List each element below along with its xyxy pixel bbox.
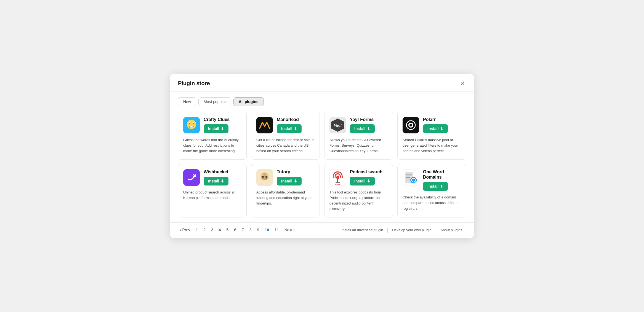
svg-rect-16: [183, 169, 200, 186]
pagination: ‹ Prev 1 2 3 4 5 6 7 8 9 10 11 Next ›: [178, 227, 338, 233]
install-button-one-word-domains[interactable]: Install ⬇: [423, 182, 448, 191]
tab-all-plugins[interactable]: All plugins: [233, 97, 264, 106]
svg-point-24: [266, 177, 267, 177]
modal-header: Plugin store ×: [170, 74, 474, 92]
page-button-11[interactable]: 11: [273, 227, 281, 233]
plugin-desc-one-word-domains: Check the availability of a domain and c…: [403, 195, 461, 211]
download-icon: ⬇: [367, 127, 370, 131]
page-button-7[interactable]: 7: [240, 227, 246, 233]
plugin-top: Crafty Clues Install ⬇: [183, 117, 241, 133]
footer-link-install-unverified[interactable]: Install an unverified plugin: [338, 228, 387, 232]
svg-text:Yay!: Yay!: [334, 123, 342, 128]
plugin-name-podcast-search: Podcast search: [350, 169, 388, 174]
install-button-wishbucket[interactable]: Install ⬇: [204, 177, 228, 185]
page-button-1[interactable]: 1: [194, 227, 200, 233]
plugin-desc-podcast-search: This tool explores podcasts from Podcast…: [329, 190, 388, 212]
svg-point-1: [187, 120, 196, 129]
plugin-top: Wishbucket Install ⬇: [183, 169, 241, 186]
install-button-podcast-search[interactable]: Install ⬇: [350, 177, 375, 185]
next-button[interactable]: Next ›: [283, 227, 297, 233]
modal-body: New Most popular All plugins: [170, 92, 474, 218]
plugin-card-yay-forms: Yay! Yay! Forms Install ⬇ Allows you to …: [324, 112, 393, 160]
plugin-name-tutory: Tutory: [277, 169, 315, 174]
modal-title: Plugin store: [178, 80, 210, 87]
plugin-top: Yay! Yay! Forms Install ⬇: [329, 117, 388, 133]
download-icon: ⬇: [294, 127, 297, 131]
plugin-icon-one-word-domains: [403, 169, 419, 186]
page-button-2[interactable]: 2: [201, 227, 207, 233]
plugin-icon-polarr: [403, 117, 419, 133]
plugin-name-yay-forms: Yay! Forms: [350, 117, 388, 122]
plugin-icon-tutory: [256, 169, 273, 186]
plugin-card-polarr: Polarr Install ⬇ Search Polarr's massive…: [397, 112, 466, 160]
plugin-card-manorlead: Manorlead Install ⬇ Get a list of listin…: [251, 112, 320, 160]
page-button-6[interactable]: 6: [232, 227, 238, 233]
download-icon: ⬇: [440, 184, 443, 189]
plugin-icon-podcast-search: ESNER: [329, 169, 346, 186]
plugin-icon-yay-forms: Yay!: [329, 117, 346, 133]
plugin-info-one-word-domains: One Word Domains Install ⬇: [423, 169, 461, 191]
page-button-4[interactable]: 4: [217, 227, 223, 233]
plugins-grid: Crafty Clues Install ⬇ Guess the words t…: [178, 112, 466, 218]
plugin-icon-wishbucket: [183, 169, 200, 186]
footer-link-about-plugins[interactable]: About plugins: [437, 228, 466, 232]
svg-point-5: [193, 123, 194, 123]
plugin-desc-manorlead: Get a list of listings for rent or sale …: [256, 137, 315, 154]
plugin-desc-tutory: Access affordable, on-demand tutoring an…: [256, 190, 315, 206]
install-button-tutory[interactable]: Install ⬇: [277, 177, 302, 185]
plugin-info-crafty-clues: Crafty Clues Install ⬇: [204, 117, 241, 133]
install-button-crafty-clues[interactable]: Install ⬇: [204, 124, 228, 133]
page-button-3[interactable]: 3: [209, 227, 215, 233]
tab-most-popular[interactable]: Most popular: [198, 97, 231, 106]
page-button-5[interactable]: 5: [225, 227, 231, 233]
close-button[interactable]: ×: [459, 80, 466, 87]
plugin-info-tutory: Tutory Install ⬇: [277, 169, 315, 185]
plugin-store-modal: Plugin store × New Most popular All plug…: [170, 74, 474, 238]
plugin-desc-yay-forms: Allows you to create AI-Powered Forms, S…: [329, 137, 388, 154]
download-icon: ⬇: [294, 179, 297, 183]
tab-bar: New Most popular All plugins: [178, 97, 466, 106]
svg-text:ESNER: ESNER: [335, 184, 341, 185]
plugin-name-polarr: Polarr: [423, 117, 461, 122]
plugin-name-one-word-domains: One Word Domains: [423, 169, 461, 180]
plugin-card-crafty-clues: Crafty Clues Install ⬇ Guess the words t…: [178, 112, 247, 160]
download-icon: ⬇: [367, 179, 370, 183]
plugin-desc-wishbucket: Unified product search across all Korean…: [183, 190, 241, 201]
plugin-info-wishbucket: Wishbucket Install ⬇: [204, 169, 241, 185]
plugin-card-one-word-domains: One Word Domains Install ⬇ Check the ava…: [397, 164, 466, 218]
install-button-manorlead[interactable]: Install ⬇: [277, 124, 302, 133]
footer-links: Install an unverified plugin | Develop y…: [338, 227, 466, 232]
plugin-name-manorlead: Manorlead: [277, 117, 315, 122]
svg-rect-7: [189, 127, 190, 128]
plugin-desc-polarr: Search Polarr's massive pool of user gen…: [403, 137, 461, 154]
page-button-8[interactable]: 8: [248, 227, 254, 233]
plugin-info-polarr: Polarr Install ⬇: [423, 117, 461, 133]
download-icon: ⬇: [221, 127, 224, 131]
svg-rect-6: [190, 126, 193, 127]
plugin-top: ESNER Podcast search Install ⬇: [329, 169, 388, 186]
svg-point-4: [189, 123, 190, 123]
page-button-10[interactable]: 10: [263, 227, 271, 233]
svg-point-20: [265, 173, 268, 176]
plugin-info-yay-forms: Yay! Forms Install ⬇: [350, 117, 388, 133]
plugin-info-podcast-search: Podcast search Install ⬇: [350, 169, 388, 185]
svg-point-19: [261, 173, 264, 176]
plugin-icon-manorlead: [256, 117, 273, 133]
page-button-9[interactable]: 9: [255, 227, 261, 233]
install-button-yay-forms[interactable]: Install ⬇: [350, 124, 375, 133]
svg-point-23: [263, 177, 263, 177]
download-icon: ⬇: [221, 179, 224, 183]
install-button-polarr[interactable]: Install ⬇: [423, 124, 448, 133]
prev-button[interactable]: ‹ Prev: [178, 227, 192, 233]
plugin-info-manorlead: Manorlead Install ⬇: [277, 117, 315, 133]
download-icon: ⬇: [440, 127, 443, 131]
plugin-desc-crafty-clues: Guess the words that the AI craftily clu…: [183, 137, 241, 154]
modal-footer: ‹ Prev 1 2 3 4 5 6 7 8 9 10 11 Next › In…: [170, 222, 474, 238]
plugin-name-wishbucket: Wishbucket: [204, 169, 241, 174]
plugin-name-crafty-clues: Crafty Clues: [204, 117, 241, 122]
footer-link-develop-plugin[interactable]: Develop your own plugin: [388, 228, 435, 232]
plugin-top: Manorlead Install ⬇: [256, 117, 315, 133]
tab-new[interactable]: New: [178, 97, 196, 106]
plugin-card-tutory: Tutory Install ⬇ Access affordable, on-d…: [251, 164, 320, 218]
plugin-top: Tutory Install ⬇: [256, 169, 315, 186]
